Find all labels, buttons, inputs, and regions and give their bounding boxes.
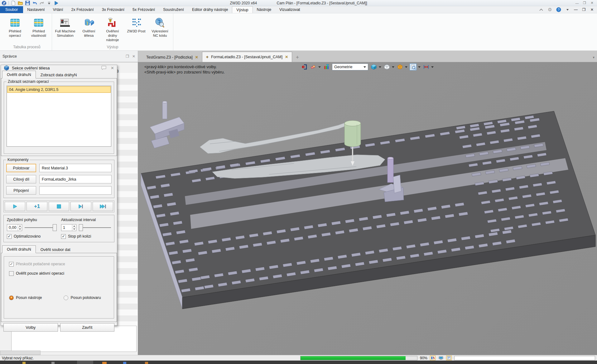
motion-delay-value[interactable]: 0,00 — [7, 225, 18, 231]
stop-collision-checkbox[interactable]: ✓ — [61, 234, 66, 239]
dialog-close-icon[interactable]: ✕ — [111, 66, 114, 70]
dropdown-arrow-icon[interactable] — [392, 66, 394, 68]
tab-overflow-icon[interactable]: ▾ — [593, 55, 595, 59]
taskbar-icon-active[interactable] — [77, 361, 93, 364]
dropdown-arrow-icon[interactable] — [405, 66, 407, 68]
close-button[interactable]: Zavřít — [60, 323, 115, 332]
menu-tab-5x-fr-zov-n-[interactable]: 5x Frézování — [128, 6, 159, 13]
monitor-icon[interactable] — [438, 356, 444, 360]
tab-close-icon[interactable]: ✕ — [285, 55, 288, 59]
open-file-icon[interactable] — [18, 0, 23, 6]
dropdown-arrow-icon[interactable] — [318, 66, 321, 68]
play-icon[interactable] — [54, 0, 59, 6]
ribbon-button-p-ehled-operac-[interactable]: Přehled operací — [3, 16, 27, 39]
document-tab[interactable]: TestGramo.Z3 - [Podlozka]✕ — [142, 53, 202, 62]
menu-tab-soubor[interactable]: Soubor — [0, 6, 23, 13]
component-field[interactable]: FormaLetadlo_Jirka — [39, 175, 112, 183]
comment-icon[interactable] — [101, 66, 106, 70]
tab-verify-toolpath-2[interactable]: Ověřit dráhuN — [2, 245, 36, 253]
menu-tab-vrt-n-[interactable]: Vrtání — [49, 6, 67, 13]
ribbon-button-zw3d-post[interactable]: ZW3D Post — [124, 16, 148, 35]
component-button-polotovar[interactable]: Polotovar — [6, 164, 36, 172]
new-file-icon[interactable] — [11, 0, 16, 6]
menu-tab-v-stup[interactable]: Výstup — [232, 6, 253, 13]
update-interval-spinner[interactable]: 1 — [61, 224, 76, 231]
tab-verify-toolpath[interactable]: Ověřit dráhuN — [2, 71, 36, 78]
operation-list-item[interactable]: 04. Angle Limiting 2, D3R1.5 — [7, 86, 111, 93]
dropdown-arrow-icon[interactable] — [379, 66, 381, 68]
motion-delay-slider[interactable] — [25, 224, 57, 231]
restore-icon[interactable]: ❐ — [581, 1, 588, 5]
exit-icon[interactable] — [301, 64, 308, 70]
tab-verify-datafile[interactable]: Ověřit soubor dat — [36, 246, 75, 253]
menu-tab-n-stroje[interactable]: Nástroje — [253, 6, 276, 13]
entity-filter-dropdown[interactable]: Geometrie — [332, 64, 368, 70]
doc-restore-icon[interactable]: ❐ — [581, 7, 586, 12]
playback-fast-forward-icon[interactable] — [93, 202, 113, 211]
menu-tab-nastaven-[interactable]: Nastavení — [23, 6, 49, 13]
menu-tab-soustru-en-[interactable]: Soustružení — [159, 6, 188, 13]
ribbon-button-p-ehled-vlastnost-[interactable]: Přehled vlastností — [27, 16, 51, 39]
move-stock-radio[interactable] — [64, 295, 68, 300]
ribbon-button-ov-en-dr-hy-n-stroje[interactable]: Ověření dráhy nástroje — [101, 16, 124, 43]
slider-handle[interactable] — [53, 224, 57, 231]
taskbar-icon[interactable] — [102, 362, 107, 364]
status-input-field[interactable] — [454, 356, 595, 360]
tab-close-icon[interactable]: ✕ — [195, 55, 198, 59]
doc-minimize-icon[interactable]: — — [573, 7, 578, 12]
save-icon[interactable] — [25, 0, 30, 6]
windows-taskbar[interactable] — [0, 361, 597, 364]
measure-icon[interactable] — [423, 64, 430, 70]
dropdown-arrow-icon[interactable] — [431, 66, 434, 68]
component-field[interactable] — [39, 186, 112, 195]
ribbon-button-vykreslen-nc-k-du[interactable]: Vykreslení NC kódu — [148, 16, 172, 39]
report-icon[interactable] — [446, 356, 452, 360]
update-interval-value[interactable]: 1 — [61, 225, 72, 231]
motion-delay-spinner[interactable]: 0,00 — [7, 224, 22, 231]
collapse-ribbon-icon[interactable] — [538, 7, 544, 12]
move-tool-radio[interactable] — [9, 295, 14, 300]
taskbar-icon[interactable] — [22, 362, 26, 364]
settings-gear-icon[interactable]: ⚙ — [547, 7, 553, 12]
playback-step-plus-one[interactable]: +1 — [26, 202, 47, 211]
help-dropdown-icon[interactable] — [565, 7, 570, 12]
ribbon-button-full-machine-simulation[interactable]: Full Machine Simulation — [53, 16, 77, 39]
playback-stop-icon[interactable] — [49, 202, 69, 211]
app-logo-icon[interactable] — [1, 0, 7, 6]
customize-toolbar-icon[interactable] — [46, 0, 52, 6]
menu-tab-vizualizovat[interactable]: Vizualizovat — [275, 6, 304, 13]
options-button[interactable]: Volby — [3, 323, 58, 332]
taskbar-icon[interactable] — [145, 362, 148, 364]
document-tab[interactable]: +FormaLetadlo.Z3 - [SestavaUpnuti_CAM]✕ — [202, 52, 292, 62]
simulation-panel-icon[interactable] — [430, 356, 436, 360]
help-icon[interactable]: ? — [556, 7, 561, 12]
playback-step-end-icon[interactable] — [70, 202, 91, 211]
manager-close-icon[interactable]: ✕ — [132, 54, 135, 59]
update-interval-slider[interactable] — [79, 224, 111, 231]
doc-close-icon[interactable]: ✕ — [590, 7, 595, 12]
skip-suppressed-checkbox[interactable]: ✓ — [9, 262, 14, 267]
playback-play-icon[interactable] — [5, 202, 25, 211]
active-only-checkbox[interactable] — [9, 271, 14, 276]
undo-icon[interactable] — [32, 0, 37, 6]
dropdown-arrow-icon[interactable] — [418, 66, 421, 68]
zoom-page-icon[interactable] — [410, 64, 416, 70]
tab-show-toolpath-data[interactable]: Zobrazit data dráhyN — [36, 71, 82, 78]
ribbon-button-ov-en-t-lesa[interactable]: Ověření tělesa — [77, 16, 101, 39]
component-button-p-ipojen-[interactable]: Připojení — [6, 186, 36, 195]
section-view-icon[interactable] — [397, 64, 403, 70]
menu-tab-2x-fr-zov-n-[interactable]: 2x Frézování — [67, 6, 98, 13]
eraser-icon[interactable] — [310, 64, 317, 70]
slider-handle[interactable] — [79, 224, 83, 231]
optimized-checkbox[interactable]: ✓ — [7, 234, 12, 239]
taskbar-icon[interactable] — [123, 362, 126, 364]
taskbar-icon[interactable] — [51, 362, 55, 364]
close-icon[interactable]: ✕ — [589, 1, 595, 5]
manager-restore-icon[interactable]: ❐ — [126, 54, 129, 59]
redo-icon[interactable] — [39, 0, 45, 6]
menu-tab-editor-dr-hy-n-stroje[interactable]: Editor dráhy nástroje — [188, 6, 232, 13]
new-tab-button[interactable]: + — [296, 54, 299, 60]
operations-list[interactable]: 04. Angle Limiting 2, D3R1.5 — [7, 86, 111, 147]
component-button-c-lov-d-l[interactable]: Cílový díl — [6, 175, 36, 183]
shaded-display-icon[interactable] — [370, 64, 377, 70]
